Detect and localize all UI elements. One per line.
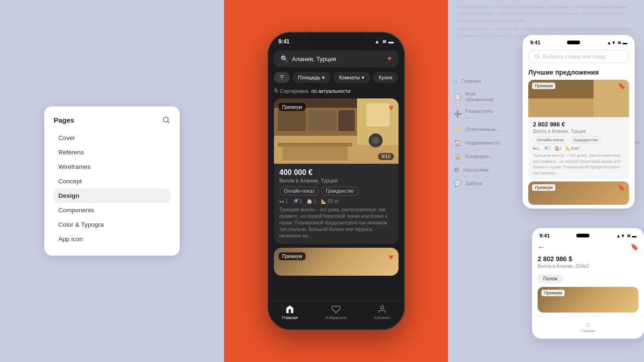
mini-specs-1: 🛏1 🚿2 🏠1 📐89м² xyxy=(533,146,624,151)
property-info-1: 400 000 € Вилла в Алании, Турция Онлайн-… xyxy=(274,164,399,244)
search-icon[interactable] xyxy=(162,116,170,124)
mini-time-2: 9:41 xyxy=(539,233,550,238)
page-item-components[interactable]: Components xyxy=(54,203,170,217)
float-card-search: 9:41 ▲▼ ≋ ▬ Выбрать страну или город Луч… xyxy=(523,35,635,209)
pages-title: Pages xyxy=(54,116,74,124)
mini-section-title: Лучшие предложения xyxy=(523,65,635,78)
property-favorite-1[interactable]: ♥ xyxy=(389,103,394,113)
tag-online-show: Онлайн-показ xyxy=(280,187,319,195)
sort-bar: ⇅ Сортировка: по актуальности xyxy=(268,85,404,97)
sort-icon: ⇅ xyxy=(274,88,278,94)
chevron-down-icon: ▾ xyxy=(362,75,364,81)
mini-badge-1: Премиум xyxy=(532,83,555,89)
background-text: Турецкие виллы – это дома, расположенные… xyxy=(448,0,644,39)
page-item-cover[interactable]: Cover xyxy=(54,131,170,145)
search-icon: 🔍 xyxy=(280,55,288,63)
page-item-color-typogra[interactable]: Color & Typogra xyxy=(54,217,170,232)
svg-rect-11 xyxy=(308,110,336,131)
property-count-1: 9/10 xyxy=(378,153,393,160)
nav-home[interactable]: Главная xyxy=(282,305,298,320)
mini-time-1: 9:41 xyxy=(530,40,540,45)
bg-nav-listings: 📋 Мои объявления xyxy=(454,88,498,105)
mini-tags-1: Онлайн-показ Гражданство xyxy=(533,136,624,144)
search-text: Алания, Турция xyxy=(292,56,384,63)
property-card-1[interactable]: Премиум ♥ 9/10 400 000 € Вилла в Алании,… xyxy=(274,98,399,244)
filter-area-button[interactable]: Площадь ▾ xyxy=(293,72,331,83)
bg-nav-settings: ⚙ Настройки xyxy=(454,163,498,177)
page-item-referens[interactable]: Referens xyxy=(54,145,170,160)
svg-point-0 xyxy=(163,117,168,122)
signal-icon: ▲ xyxy=(375,39,380,44)
back-icon[interactable]: ← xyxy=(538,243,545,251)
mini-icons-1: ▲▼ ≋ ▬ xyxy=(607,40,627,45)
svg-rect-9 xyxy=(366,103,390,126)
property-card-2[interactable]: Премиум ♥ xyxy=(274,248,399,276)
spec-beds: 🛏1 xyxy=(533,146,539,151)
mini-price-1: 2 802 986 € xyxy=(533,121,624,128)
right-panel: Турецкие виллы – это дома, расположенные… xyxy=(448,0,644,362)
mini-status-bar-1: 9:41 ▲▼ ≋ ▬ xyxy=(523,35,635,48)
property-image-2: Премиум ♥ xyxy=(274,248,399,276)
mini-bookmark-1[interactable]: 🔖 xyxy=(618,83,625,90)
chevron-down-icon: ▾ xyxy=(322,75,325,81)
spec-rooms: 🏠1 xyxy=(554,146,562,151)
filter-area-label: Площадь xyxy=(298,75,321,80)
detail-price: 2 802 986 $ xyxy=(538,255,638,263)
mini-property-card-3[interactable]: Премиум xyxy=(538,287,638,313)
svg-rect-10 xyxy=(278,110,306,131)
mini-property-card-2[interactable]: Премиум 🔖 xyxy=(528,181,629,205)
nav-cabinet[interactable]: Кабинет xyxy=(374,305,390,320)
mini-tag-citizenship: Гражданство xyxy=(569,136,602,144)
page-item-app-icon[interactable]: App icon xyxy=(54,232,170,246)
detail-location: Вилла в Алании, 310м2 xyxy=(538,264,638,269)
phone-mockup: 9:41 ▲ ≋ ▬ 🔍 Алания, Турция ♥ xyxy=(267,32,405,330)
pages-card: Pages Cover Referens Wireframes Concept … xyxy=(44,106,180,256)
mini-search-bar[interactable]: Выбрать страну или город xyxy=(528,50,629,63)
mini-nav-home-label: Главная xyxy=(581,329,595,333)
nav-home-label: Главная xyxy=(282,315,298,320)
svg-point-17 xyxy=(381,306,384,309)
mini-wifi-icon: ≋ xyxy=(617,40,621,45)
sort-label: Сортировка: xyxy=(280,88,309,94)
page-item-design[interactable]: Design xyxy=(54,188,170,203)
page-item-concept[interactable]: Concept xyxy=(54,174,170,188)
mini-signal-icon-2: ▲▼ xyxy=(616,233,625,238)
mini-icons-2: ▲▼ ≋ ▬ xyxy=(616,233,637,238)
detail-floors-button[interactable]: Полож xyxy=(538,274,563,283)
favorite-icon[interactable]: ♥ xyxy=(387,55,392,63)
bg-nav-list: ⌂ Главная 📋 Мои объявления ➕ Разместить … xyxy=(448,75,504,190)
filter-kitchen-button[interactable]: Кухня xyxy=(373,72,398,83)
bg-nav-privacy: 🔒 Конфиден... xyxy=(454,150,498,163)
svg-rect-13 xyxy=(278,143,352,146)
svg-line-19 xyxy=(538,57,539,58)
pages-card-header: Pages xyxy=(54,116,170,124)
mini-pill-1 xyxy=(567,41,580,44)
page-item-wireframes[interactable]: Wireframes xyxy=(54,160,170,174)
property-price-1: 400 000 € xyxy=(280,168,393,177)
property-favorite-2[interactable]: ♥ xyxy=(389,252,394,262)
status-time: 9:41 xyxy=(279,38,290,45)
spec-baths: 🚿 2 xyxy=(293,199,302,204)
filter-kitchen-label: Кухня xyxy=(378,75,392,80)
mini-bookmark-2[interactable]: 🔖 xyxy=(618,184,625,191)
filter-bar: Площадь ▾ Комнаты ▾ Кухня xyxy=(268,70,404,85)
spec-area: 📐89м² xyxy=(566,146,580,151)
mini-badge-3: Премиум xyxy=(541,290,565,296)
spec-area: 📐 89 м² xyxy=(321,199,339,204)
mini-status-bar-2: 9:41 ▲▼ ≋ ▬ xyxy=(532,228,644,241)
bg-nav-post: ➕ Разместить ... xyxy=(454,105,498,123)
mini-location-1: Вилла в Алании, Турция xyxy=(533,129,624,134)
mini-desc-1: Турецкие виллы – это дома, расположенные… xyxy=(533,153,624,176)
bg-nav-realty: 🏠 Недвижимость xyxy=(454,136,498,150)
nav-favorites[interactable]: Избранное xyxy=(325,305,347,320)
filter-rooms-button[interactable]: Комнаты ▾ xyxy=(333,72,370,83)
filter-settings-button[interactable] xyxy=(274,72,290,83)
phone-search-bar[interactable]: 🔍 Алания, Турция ♥ xyxy=(274,50,399,67)
mini-home-icon: ⌂ xyxy=(586,320,590,328)
mini-signal-icon: ▲▼ xyxy=(607,40,616,45)
mini-nav-home[interactable]: ⌂ Главная xyxy=(581,320,595,333)
detail-bookmark-icon[interactable]: 🔖 xyxy=(630,243,638,251)
property-specs-1: 🛏 1 🚿 2 🏠 1 📐 89 м² xyxy=(280,199,393,204)
mini-property-card-1[interactable]: Премиум 🔖 2 802 986 € Вилла в Алании, Ту… xyxy=(528,80,629,180)
spec-baths: 🚿2 xyxy=(543,146,551,151)
